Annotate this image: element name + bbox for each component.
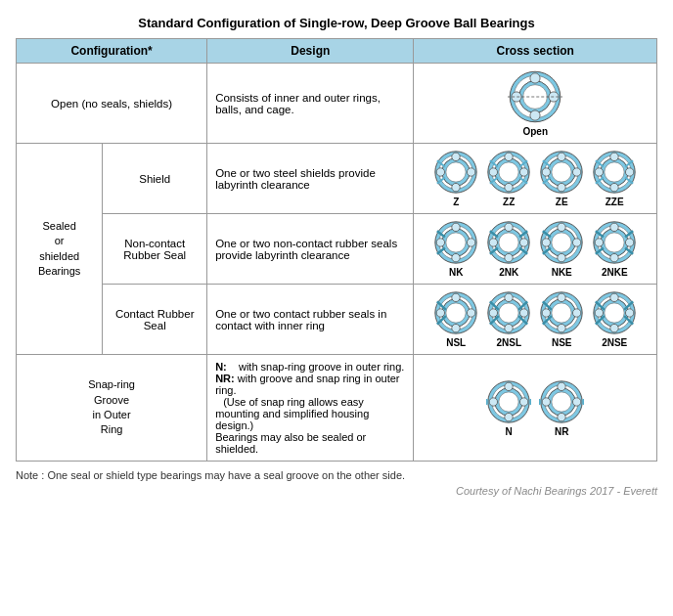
table-row: Non-contact Rubber Seal One or two non-c… <box>17 214 657 285</box>
note-text: Note : One seal or shield type bearings … <box>16 469 657 481</box>
cross-cell: NK 2NK <box>414 214 657 285</box>
bearing-item: ZZ <box>486 150 531 207</box>
svg-point-69 <box>489 239 497 246</box>
svg-point-92 <box>626 239 634 246</box>
svg-point-157 <box>542 397 550 405</box>
svg-point-15 <box>436 168 444 176</box>
svg-point-144 <box>499 391 518 411</box>
svg-rect-150 <box>529 399 531 405</box>
bearing-label: 2NSE <box>602 337 627 348</box>
bearing-item: 2NK <box>486 220 531 278</box>
svg-point-133 <box>610 293 618 301</box>
svg-point-60 <box>468 239 475 246</box>
table-row: Open (no seals, shields) Consists of inn… <box>17 64 657 144</box>
bearing-item: ZZE <box>592 150 637 207</box>
svg-point-155 <box>558 382 565 390</box>
svg-point-70 <box>520 239 528 246</box>
svg-point-59 <box>436 239 444 246</box>
bearing-item: 2NSL <box>486 290 531 348</box>
svg-point-68 <box>505 253 513 261</box>
svg-point-136 <box>626 309 634 317</box>
svg-point-148 <box>520 397 528 405</box>
svg-point-36 <box>558 183 565 191</box>
svg-point-156 <box>558 413 565 420</box>
svg-point-126 <box>573 309 581 317</box>
config-cell: Open (no seals, shields) <box>17 64 207 144</box>
svg-point-135 <box>595 309 603 317</box>
svg-point-145 <box>505 382 513 390</box>
svg-point-5 <box>530 110 540 120</box>
cross-cell: Z ZZ <box>414 144 657 214</box>
header-cross: Cross section <box>414 39 657 64</box>
svg-point-112 <box>505 324 513 331</box>
svg-point-45 <box>610 153 618 160</box>
svg-point-90 <box>610 253 618 261</box>
header-config: Configuration* <box>17 39 207 64</box>
bearing-item: ZE <box>539 150 584 207</box>
bearing-label: NSE <box>552 337 572 348</box>
sealed-config-cell: SealedorshieldedBearings <box>17 144 103 355</box>
table-row: SealedorshieldedBearings Shield One or t… <box>17 144 657 214</box>
svg-point-101 <box>452 293 460 301</box>
svg-point-25 <box>489 168 497 176</box>
svg-point-114 <box>520 309 528 317</box>
svg-point-56 <box>446 233 466 252</box>
svg-point-103 <box>436 309 444 317</box>
svg-point-26 <box>520 168 528 176</box>
bearing-item: NKE <box>539 220 584 278</box>
svg-point-78 <box>552 233 571 252</box>
svg-point-100 <box>446 303 466 323</box>
svg-point-48 <box>626 168 634 176</box>
design-cell: N: with snap-ring groove in outer ring. … <box>207 355 414 462</box>
svg-point-38 <box>573 168 581 176</box>
design-cell: One or two non-contact rubber seals prov… <box>207 214 414 285</box>
svg-point-134 <box>610 324 618 331</box>
svg-point-122 <box>552 303 571 323</box>
snapring-config-cell: Snap-ringGroovein OuterRing <box>17 355 207 462</box>
bearing-label: ZE <box>556 197 568 207</box>
svg-point-89 <box>610 223 618 231</box>
bearing-label: ZZE <box>606 197 624 207</box>
sub-cell: Contact Rubber Seal <box>103 285 207 355</box>
svg-point-79 <box>558 223 565 231</box>
svg-rect-159 <box>539 399 541 405</box>
svg-point-24 <box>505 183 513 191</box>
main-table: Configuration* Design Cross section Open… <box>16 38 657 462</box>
bearing-item: Z <box>433 150 478 207</box>
svg-point-102 <box>452 324 460 331</box>
bearing-label: NR <box>555 426 568 437</box>
bearing-label: NKE <box>552 267 572 278</box>
svg-point-146 <box>505 413 513 420</box>
svg-point-110 <box>499 303 518 323</box>
svg-point-46 <box>610 183 618 191</box>
svg-point-14 <box>452 183 460 191</box>
bearing-label: NK <box>449 267 463 278</box>
bearing-label: 2NK <box>499 267 518 278</box>
table-row: Contact Rubber Seal One or two contact r… <box>17 285 657 355</box>
svg-point-132 <box>605 303 624 323</box>
svg-point-66 <box>499 233 518 252</box>
cross-cell: Open <box>414 64 657 144</box>
courtesy-text: Courtesy of Nachi Bearings 2017 - Everet… <box>16 485 657 497</box>
cross-cell: N NR <box>414 355 657 462</box>
sub-cell: Shield <box>103 144 207 214</box>
svg-rect-160 <box>582 399 584 405</box>
svg-point-111 <box>505 293 513 301</box>
svg-point-158 <box>573 397 581 405</box>
header-design: Design <box>207 39 414 64</box>
bearing-item: N <box>486 379 531 437</box>
bearing-item: NR <box>539 379 584 437</box>
bearing-item: NSL <box>433 290 478 348</box>
bearing-label: 2NKE <box>602 267 628 278</box>
svg-point-67 <box>505 223 513 231</box>
svg-point-44 <box>605 162 624 182</box>
table-row: Snap-ringGroovein OuterRing N: with snap… <box>17 355 657 462</box>
svg-point-12 <box>446 162 466 182</box>
svg-point-57 <box>452 223 460 231</box>
svg-point-35 <box>558 153 565 160</box>
svg-point-82 <box>573 239 581 246</box>
bearing-label: ZZ <box>503 197 515 207</box>
svg-rect-149 <box>486 399 488 405</box>
design-cell: One or two steel shields provide labyrin… <box>207 144 414 214</box>
svg-point-23 <box>505 153 513 160</box>
